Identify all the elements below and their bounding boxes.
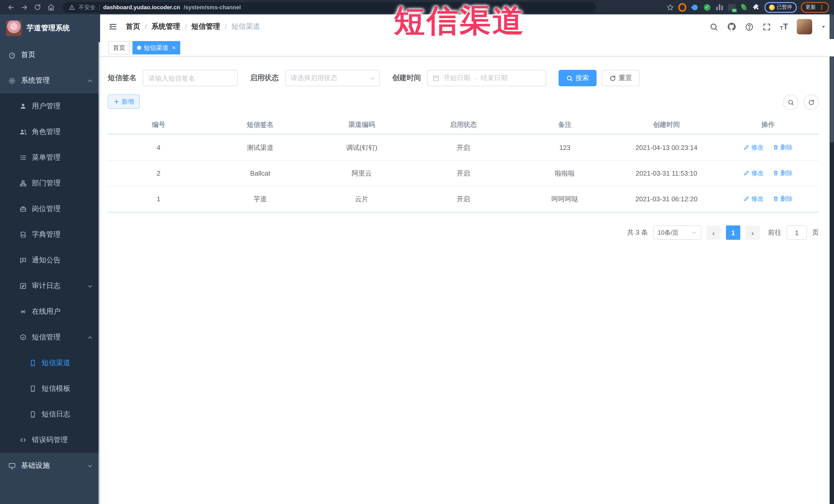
edit-link[interactable]: 修改 [743, 143, 763, 152]
sms-icon [20, 334, 27, 341]
avatar-caret-down-icon[interactable] [821, 24, 826, 29]
fullscreen-icon[interactable] [762, 22, 771, 31]
extensions-puzzle-icon[interactable] [752, 3, 760, 11]
sidebar-item-role-management[interactable]: 角色管理 [0, 119, 100, 145]
sidebar-item-home[interactable]: 首页 [0, 42, 100, 68]
menu-list-icon [20, 154, 27, 161]
trash-icon [773, 170, 779, 176]
sidebar-logo[interactable]: 芋道管理系统 [0, 14, 100, 42]
edit-pencil-icon [743, 196, 749, 202]
sidebar-item-error-code-management[interactable]: 错误码管理 [0, 427, 100, 453]
sidebar-item-menu-management[interactable]: 菜单管理 [0, 145, 100, 171]
sidebar-item-dict-management[interactable]: 字典管理 [0, 222, 100, 247]
extension-sprout-icon[interactable] [740, 3, 748, 11]
extension-green-check-icon[interactable]: ✓ [703, 3, 711, 11]
breadcrumb-system[interactable]: 系统管理 [151, 22, 180, 31]
goto-page-input[interactable] [787, 225, 807, 240]
sidebar-item-department-management[interactable]: 部门管理 [0, 171, 100, 196]
extension-equalizer-icon[interactable] [715, 3, 723, 11]
browser-back-icon[interactable] [5, 2, 17, 13]
col-remark: 备注 [514, 116, 616, 134]
edit-link[interactable]: 修改 [743, 169, 763, 178]
sidebar-item-sms-log[interactable]: 短信日志 [0, 401, 100, 427]
online-users-icon [20, 308, 27, 315]
search-icon [566, 75, 573, 81]
col-id: 编号 [108, 116, 210, 134]
sidebar-item-audit-log[interactable]: 审计日志 [0, 273, 100, 299]
help-icon[interactable] [745, 22, 754, 31]
avatar[interactable] [797, 19, 812, 35]
sidebar-item-sms-template[interactable]: 短信模板 [0, 376, 100, 401]
announcement-icon [20, 257, 27, 264]
sidebar-item-infrastructure[interactable]: 基础设施 [0, 453, 100, 479]
chevron-up-icon [87, 78, 93, 84]
main-area: 首页 / 系统管理 / 短信管理 / 短信渠道 [100, 14, 834, 504]
extension-on-badge-icon[interactable] [727, 3, 736, 11]
browser-home-icon[interactable] [45, 2, 57, 13]
prev-page-button[interactable]: ‹ [706, 225, 721, 240]
breadcrumb-sms[interactable]: 短信管理 [192, 22, 220, 31]
start-date-input[interactable]: 开始日期 [443, 73, 470, 83]
sidebar-collapse-icon[interactable] [108, 22, 117, 31]
chevron-up-icon [87, 334, 93, 340]
active-tag-dot [137, 46, 141, 50]
page-size-select[interactable]: 10条/页 [653, 225, 701, 240]
tag-sms-channel[interactable]: 短信渠道 × [132, 41, 180, 54]
browser-update-menu-button[interactable]: 更新 ⋮ [801, 2, 829, 13]
show-search-circle-button[interactable] [783, 94, 798, 110]
github-icon[interactable] [727, 22, 736, 31]
dict-icon [20, 231, 27, 238]
edit-link[interactable]: 修改 [743, 195, 763, 203]
delete-link[interactable]: 删除 [773, 169, 793, 178]
sidebar-item-post-management[interactable]: 岗位管理 [0, 196, 100, 222]
pagination-total: 共 3 条 [627, 228, 648, 237]
url-domain: dashboard.yudao.iocoder.cn [103, 4, 180, 10]
tag-home[interactable]: 首页 [108, 41, 130, 54]
date-range-picker[interactable]: 开始日期 - 结束日期 [427, 70, 546, 86]
emoji-face-icon [769, 4, 775, 10]
sidebar-submenu-system: 用户管理 角色管理 菜单管理 部门管理 [0, 93, 100, 453]
refresh-circle-button[interactable] [804, 94, 819, 110]
edit-pencil-icon [743, 145, 749, 151]
breadcrumb-home[interactable]: 首页 [126, 22, 140, 31]
end-date-input[interactable]: 结束日期 [481, 73, 507, 83]
window-scrollbar[interactable] [830, 14, 834, 504]
sidebar-item-online-users[interactable]: 在线用户 [0, 299, 100, 325]
sidebar-item-notice-announcement[interactable]: 通知公告 [0, 247, 100, 273]
logo-image [6, 21, 22, 36]
col-actions: 操作 [717, 116, 819, 134]
add-button[interactable]: 新增 [108, 94, 140, 109]
sidebar-item-sms-management[interactable]: 短信管理 [0, 325, 100, 350]
address-bar[interactable]: 不安全 dashboard.yudao.iocoder.cn/system/sm… [63, 2, 596, 13]
user-icon [20, 103, 27, 110]
browser-reload-icon[interactable] [32, 2, 43, 13]
page-number-1[interactable]: 1 [726, 225, 740, 240]
sidebar-item-user-management[interactable]: 用户管理 [0, 93, 100, 119]
sidebar: 芋道管理系统 首页 系统管理 用户管理 [0, 14, 100, 504]
app-frame: 芋道管理系统 首页 系统管理 用户管理 [0, 14, 834, 504]
reset-button[interactable]: 重置 [602, 70, 640, 86]
extension-orange-ring-icon[interactable] [678, 3, 686, 11]
paused-badge[interactable]: 已暂停 [764, 2, 797, 13]
monitor-icon [8, 462, 16, 469]
chevron-down-icon [87, 463, 93, 468]
font-size-icon[interactable]: TT [780, 23, 788, 31]
extension-blue-drop-icon[interactable] [690, 3, 699, 11]
search-form: 短信签名 启用状态 请选择启用状态 创建时间 开始日期 [108, 70, 819, 86]
sign-input[interactable] [143, 70, 238, 86]
tag-close-icon[interactable]: × [172, 45, 176, 51]
sidebar-item-system-management[interactable]: 系统管理 [0, 68, 100, 93]
chevron-down-icon [370, 75, 375, 81]
kebab-menu-icon: ⋮ [819, 5, 825, 10]
search-button[interactable]: 搜索 [558, 70, 596, 86]
bookmark-star-icon[interactable] [666, 3, 674, 11]
roles-icon [20, 128, 27, 136]
browser-extensions-area: ✓ 已暂停 更新 ⋮ [666, 2, 829, 13]
delete-link[interactable]: 删除 [773, 143, 793, 152]
browser-forward-icon[interactable] [19, 2, 30, 13]
status-select[interactable]: 请选择启用状态 [285, 70, 380, 86]
header-search-icon[interactable] [709, 22, 718, 31]
delete-link[interactable]: 删除 [773, 195, 793, 203]
sidebar-item-sms-channel[interactable]: 短信渠道 [0, 350, 100, 376]
next-page-button[interactable]: › [745, 225, 760, 240]
